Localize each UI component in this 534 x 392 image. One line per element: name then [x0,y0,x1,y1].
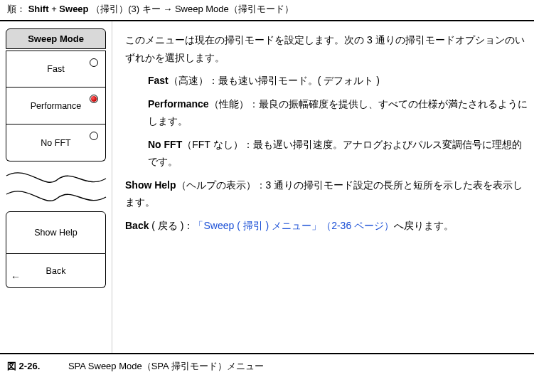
menu-item-performance[interactable]: Performance [6,88,106,125]
intro-text: このメニューは現在の掃引モードを設定します。次の 3 通りの掃引モードオプション… [125,31,530,66]
radio-icon [90,95,98,103]
softkey-menu: Sweep Mode Fast Performance No FFT Show … [0,21,112,353]
desc-nofft: No FFT（FFT なし）：最も遅い掃引速度。アナログおよびパルス変調信号に理… [125,136,530,171]
menu-item-label: Back [46,266,66,276]
radio-icon [90,58,98,67]
menu-item-fast[interactable]: Fast [6,51,106,88]
figure-number: 図 2-26. [7,361,40,371]
desc-showhelp: Show Help（ヘルプの表示）：3 通りの掃引モード設定の長所と短所を示した… [125,176,530,211]
desc-fast-jp: （高速）：最も速い掃引モード。( デフォルト ) [169,75,380,86]
crumb-prefix: 順： [7,4,26,14]
desc-performance: Performance（性能）：最良の振幅確度を提供し、すべての仕様が満たされる… [125,95,530,130]
breadcrumb: 順： Shift + Sweep （掃引）(3) キー → Sweep Mode… [0,0,534,20]
desc-nofft-jp: （FFT なし）：最も遅い掃引速度。アナログおよびパルス変調信号に理想的です。 [148,139,522,168]
desc-fast: Fast（高速）：最も速い掃引モード。( デフォルト ) [125,72,530,90]
main-panel: Sweep Mode Fast Performance No FFT Show … [0,20,534,354]
menu-item-label: Show Help [34,228,77,238]
term-performance: Performance [148,98,209,110]
menu-header: Sweep Mode [6,28,106,49]
term-back: Back [125,220,149,231]
menu-bottom-block: Show Help Back ← [6,211,106,288]
crumb-shift: Shift [28,4,49,14]
menu-item-label: No FFT [41,138,70,148]
term-nofft: No FFT [148,139,182,150]
menu-gap-icon [6,166,106,207]
menu-item-nofft[interactable]: No FFT [6,125,106,161]
menu-header-label: Sweep Mode [28,33,84,44]
term-fast: Fast [148,75,169,86]
menu-item-back[interactable]: Back ← [6,254,106,288]
menu-item-show-help[interactable]: Show Help [6,211,106,254]
desc-back-post: へ戻ります。 [394,220,454,231]
link-sweep-menu[interactable]: 「Sweep ( 掃引 ) メニュー」（2-36 ページ） [193,220,394,231]
crumb-sep1: + [51,4,59,14]
menu-item-label: Fast [47,64,64,74]
radio-icon [90,132,98,140]
menu-item-label: Performance [31,101,82,111]
desc-back-pre: ( 戻る )： [149,220,193,231]
desc-help-jp: （ヘルプの表示）：3 通りの掃引モード設定の長所と短所を示した表を表示します。 [125,179,523,208]
description-column: このメニューは現在の掃引モードを設定します。次の 3 通りの掃引モードオプション… [112,21,534,353]
crumb-sweep-jp: （掃引）(3) キー → Sweep Mode（掃引モード） [91,4,294,14]
back-arrow-icon: ← [11,272,21,282]
crumb-sweep-btn: Sweep [59,4,88,14]
desc-back: Back ( 戻る )：「Sweep ( 掃引 ) メニュー」（2-36 ページ… [125,217,530,235]
term-showhelp: Show Help [125,179,176,191]
figure-title: SPA Sweep Mode（SPA 掃引モード）メニュー [68,361,264,371]
figure-caption: 図 2-26. SPA Sweep Mode（SPA 掃引モード）メニュー [0,354,534,377]
